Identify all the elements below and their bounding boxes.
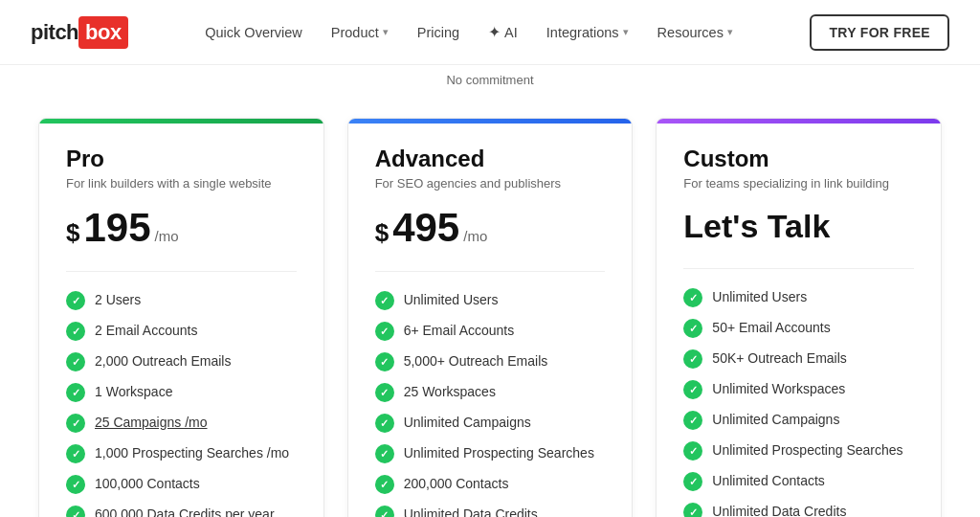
feature-text[interactable]: Unlimited Data Credits xyxy=(404,506,538,517)
pricing-section: Pro For link builders with a single webs… xyxy=(0,95,980,517)
check-icon xyxy=(375,414,394,433)
plan-card-pro: Pro For link builders with a single webs… xyxy=(38,118,324,517)
price-amount-pro: 195 xyxy=(83,208,150,248)
check-icon xyxy=(375,383,394,402)
check-icon xyxy=(683,472,702,491)
list-item: Unlimited Data Credits xyxy=(683,503,914,517)
nav-quick-overview[interactable]: Quick Overview xyxy=(193,17,314,48)
feature-list-custom: Unlimited Users 50+ Email Accounts 50K+ … xyxy=(683,288,914,517)
list-item: Unlimited Workspaces xyxy=(683,380,914,399)
check-icon xyxy=(66,414,85,433)
check-icon xyxy=(683,441,702,461)
feature-text: 25 Workspaces xyxy=(404,383,496,402)
nav-resources[interactable]: Resources ▾ xyxy=(646,17,745,48)
check-icon xyxy=(683,411,702,430)
feature-text: Unlimited Prospecting Searches xyxy=(404,444,594,463)
plan-card-advanced: Advanced For SEO agencies and publishers… xyxy=(347,118,634,517)
check-icon xyxy=(375,475,394,494)
subheader: No commitment xyxy=(0,65,980,95)
chevron-down-icon: ▾ xyxy=(623,26,629,38)
chevron-down-icon: ▾ xyxy=(727,26,733,38)
list-item: Unlimited Users xyxy=(375,291,606,310)
feature-text: Unlimited Contacts xyxy=(712,472,825,491)
check-icon xyxy=(66,322,85,341)
chevron-down-icon: ▾ xyxy=(383,26,389,38)
check-icon xyxy=(683,319,702,338)
list-item: 50+ Email Accounts xyxy=(683,319,914,338)
list-item: 200,000 Contacts xyxy=(375,475,606,494)
logo-box: box xyxy=(78,16,128,49)
feature-text: 50+ Email Accounts xyxy=(712,319,830,338)
list-item: Unlimited Data Credits xyxy=(375,506,606,517)
price-dollar-advanced: $ xyxy=(375,218,389,248)
plan-name-custom: Custom xyxy=(683,146,914,172)
feature-text: 2,000 Outreach Emails xyxy=(95,352,231,371)
list-item: 1,000 Prospecting Searches /mo xyxy=(66,444,297,463)
feature-text[interactable]: 25 Campaigns /mo xyxy=(95,414,208,433)
feature-text[interactable]: 600,000 Data Credits per year xyxy=(95,506,275,517)
plan-desc-advanced: For SEO agencies and publishers xyxy=(375,176,606,191)
plan-name-advanced: Advanced xyxy=(375,146,606,172)
nav-ai[interactable]: ✦ AI xyxy=(477,15,529,49)
price-talk-custom: Let's Talk xyxy=(683,208,830,245)
list-item: 6+ Email Accounts xyxy=(375,322,606,341)
list-item: 25 Workspaces xyxy=(375,383,606,402)
plan-price-advanced: $ 495 /mo xyxy=(375,208,606,248)
ai-icon: ✦ xyxy=(488,23,501,41)
check-icon xyxy=(375,352,394,371)
navigation: pitch box Quick Overview Product ▾ Prici… xyxy=(0,0,980,65)
feature-text: 100,000 Contacts xyxy=(95,475,200,494)
list-item: 2 Users xyxy=(66,291,297,310)
feature-list-pro: 2 Users 2 Email Accounts 2,000 Outreach … xyxy=(66,291,297,517)
check-icon xyxy=(683,503,702,517)
logo[interactable]: pitch box xyxy=(31,16,128,49)
feature-text: 50K+ Outreach Emails xyxy=(712,349,846,369)
feature-text[interactable]: Unlimited Data Credits xyxy=(712,503,846,517)
divider-custom xyxy=(683,268,914,269)
nav-links: Quick Overview Product ▾ Pricing ✦ AI In… xyxy=(193,15,745,49)
list-item: 1 Workspace xyxy=(66,383,297,402)
plan-price-pro: $ 195 /mo xyxy=(66,208,297,248)
logo-pitch: pitch xyxy=(31,20,78,45)
nav-product[interactable]: Product ▾ xyxy=(320,17,400,48)
price-amount-advanced: 495 xyxy=(392,208,459,248)
feature-text: Unlimited Campaigns xyxy=(404,414,531,433)
feature-text: 5,000+ Outreach Emails xyxy=(404,352,548,371)
list-item: 100,000 Contacts xyxy=(66,475,297,494)
list-item: Unlimited Campaigns xyxy=(683,411,914,430)
list-item: Unlimited Contacts xyxy=(683,472,914,491)
check-icon xyxy=(375,322,394,341)
list-item: 5,000+ Outreach Emails xyxy=(375,352,606,371)
check-icon xyxy=(66,444,85,463)
list-item: 2 Email Accounts xyxy=(66,322,297,341)
feature-text: 2 Email Accounts xyxy=(95,322,197,341)
nav-integrations[interactable]: Integrations ▾ xyxy=(535,17,640,48)
check-icon xyxy=(683,349,702,369)
plan-name-pro: Pro xyxy=(66,146,297,172)
check-icon xyxy=(375,444,394,463)
check-icon xyxy=(66,291,85,310)
divider-pro xyxy=(66,271,297,272)
feature-text: Unlimited Campaigns xyxy=(712,411,839,430)
list-item: Unlimited Campaigns xyxy=(375,414,606,433)
price-per-pro: /mo xyxy=(155,228,179,244)
try-free-button[interactable]: TRY FOR FREE xyxy=(810,14,949,51)
feature-text: 200,000 Contacts xyxy=(404,475,509,494)
list-item: Unlimited Prospecting Searches xyxy=(375,444,606,463)
feature-text: Unlimited Users xyxy=(712,288,807,307)
nav-pricing[interactable]: Pricing xyxy=(406,17,471,48)
feature-text: 2 Users xyxy=(95,291,141,310)
check-icon xyxy=(375,506,394,517)
plan-price-custom: Let's Talk xyxy=(683,208,914,245)
check-icon xyxy=(375,291,394,310)
check-icon xyxy=(66,352,85,371)
price-dollar-pro: $ xyxy=(66,218,79,248)
plan-card-custom: Custom For teams specializing in link bu… xyxy=(656,118,942,517)
list-item: 50K+ Outreach Emails xyxy=(683,349,914,369)
feature-text: Unlimited Users xyxy=(404,291,499,310)
check-icon xyxy=(683,380,702,399)
feature-list-advanced: Unlimited Users 6+ Email Accounts 5,000+… xyxy=(375,291,606,517)
check-icon xyxy=(66,383,85,402)
divider-advanced xyxy=(375,271,606,272)
list-item: Unlimited Users xyxy=(683,288,914,307)
